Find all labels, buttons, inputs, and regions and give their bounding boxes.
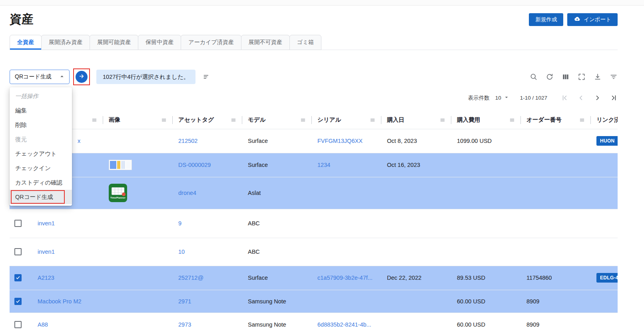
column-header-asset-tag[interactable]: アセットタグ xyxy=(173,111,242,129)
cell-purchase-date xyxy=(381,313,451,335)
asset-tag-link[interactable]: DS-0000029 xyxy=(178,162,211,168)
cloud-upload-icon xyxy=(574,15,581,24)
column-header-linked[interactable]: リンク済 xyxy=(591,111,618,129)
bulk-action-select[interactable]: QRコード生成 xyxy=(10,70,70,84)
serial-link[interactable]: 1234 xyxy=(317,162,330,168)
cell-purchase-date xyxy=(381,238,451,266)
serial-link[interactable]: FVFGM13JQ6XX xyxy=(317,138,363,144)
column-header-purchase-date[interactable]: 購入日 xyxy=(381,111,451,129)
cell-model: Surface xyxy=(242,129,312,153)
cell-purchase-date: Oct 16, 2023 xyxy=(381,153,451,177)
asset-tag-link[interactable]: 252712@ xyxy=(178,275,203,281)
download-icon[interactable] xyxy=(594,73,602,81)
create-button[interactable]: 新規作成 xyxy=(529,13,563,26)
column-header-model[interactable]: モデル xyxy=(242,111,312,129)
column-menu-icon[interactable] xyxy=(161,117,167,123)
serial-link[interactable]: 6d8835b2-8241-4b... xyxy=(317,321,371,328)
page-size-select[interactable]: 10 xyxy=(495,94,510,102)
asset-name-link[interactable]: A88 xyxy=(38,321,48,328)
column-header-order-number[interactable]: オーダー番号 xyxy=(521,111,591,129)
asset-tag-link[interactable]: 9 xyxy=(178,220,181,227)
asset-image-app-icon[interactable]: TimePlanner xyxy=(109,184,127,202)
cell-model: Aslat xyxy=(242,177,312,209)
tab-deployed-assets[interactable]: 展開済み資産 xyxy=(41,35,90,50)
asset-name-link[interactable]: inven1 xyxy=(38,249,55,255)
column-label-order-number: オーダー番号 xyxy=(526,116,562,124)
column-label-asset-tag: アセットタグ xyxy=(178,116,214,124)
apply-bulk-action-button[interactable] xyxy=(76,71,88,83)
asset-tag-link[interactable]: 10 xyxy=(178,249,185,255)
row-checkbox[interactable] xyxy=(14,321,22,328)
cell-purchase-cost: 1099.00 USD xyxy=(451,129,521,153)
tab-all-assets[interactable]: 全資産 xyxy=(10,35,42,50)
asset-name-link[interactable]: Macbook Pro M2 xyxy=(38,298,82,305)
menu-item-delete[interactable]: 削除 xyxy=(10,118,72,132)
menu-item-bulk-operations: 一括操作 xyxy=(10,89,72,103)
column-header-serial[interactable]: シリアル xyxy=(312,111,381,129)
last-page-icon[interactable] xyxy=(610,94,618,102)
asset-tag-link[interactable]: 2973 xyxy=(178,321,191,328)
table-header-row: 画像アセットタグモデルシリアル購入日購入費用オーダー番号リンク済 xyxy=(10,111,618,129)
tab-pending-assets[interactable]: 保留中資産 xyxy=(138,35,181,50)
arrow-right-icon xyxy=(78,73,85,81)
page-size-label: 表示件数 xyxy=(468,94,490,102)
row-checkbox[interactable] xyxy=(14,274,22,281)
cell-order-number: 8909 xyxy=(521,290,591,313)
columns-icon[interactable] xyxy=(562,73,570,81)
menu-item-edit[interactable]: 編集 xyxy=(10,103,72,118)
header-actions: 新規作成 インポート xyxy=(529,13,618,26)
filter-icon[interactable] xyxy=(610,73,618,81)
asset-name-link[interactable]: A2123 xyxy=(38,275,54,281)
cell-purchase-cost xyxy=(451,177,521,209)
menu-item-checkout[interactable]: チェックアウト xyxy=(10,146,72,161)
linked-badge[interactable]: EDLG-4 xyxy=(596,273,618,283)
table-row: TimePlannerdrone4Aslat xyxy=(10,177,618,209)
row-checkbox[interactable] xyxy=(14,248,22,255)
row-checkbox[interactable] xyxy=(14,298,22,305)
app-icon-label: TimePlanner xyxy=(110,197,126,199)
menu-item-checkin[interactable]: チェックイン xyxy=(10,161,72,175)
toolbar: QRコード生成 一括操作編集削除復元チェックアウトチェックインカストディの確認Q… xyxy=(10,68,618,85)
menu-item-confirm-custody[interactable]: カストディの確認 xyxy=(10,175,72,190)
caret-down-icon xyxy=(503,94,510,102)
column-menu-icon[interactable] xyxy=(439,117,446,123)
import-button[interactable]: インポート xyxy=(567,13,618,26)
annotation-arrow-button xyxy=(73,68,90,85)
asset-name-link[interactable]: inven1 xyxy=(38,220,55,227)
fullscreen-icon[interactable] xyxy=(578,73,586,81)
cell-purchase-cost: 60.00 USD xyxy=(451,290,521,313)
row-checkbox[interactable] xyxy=(14,220,22,227)
refresh-icon[interactable] xyxy=(546,73,554,81)
column-label-model: モデル xyxy=(248,116,266,124)
tab-undeployable-assets[interactable]: 展開不可資産 xyxy=(241,35,290,50)
column-header-image[interactable]: 画像 xyxy=(103,111,173,129)
selection-status-chip: 1027行中4行が選択されました。 xyxy=(96,70,195,84)
asset-tag-link[interactable]: 212502 xyxy=(178,138,197,144)
tab-trash[interactable]: ゴミ箱 xyxy=(289,35,322,50)
linked-badge[interactable]: HUON xyxy=(596,136,618,146)
next-page-icon[interactable] xyxy=(594,94,601,102)
tab-archived-assets[interactable]: アーカイブ済資産 xyxy=(181,35,241,50)
column-menu-icon[interactable] xyxy=(579,117,585,123)
bulk-action-select-wrap: QRコード生成 一括操作編集削除復元チェックアウトチェックインカストディの確認Q… xyxy=(10,70,70,84)
pagination-range: 1-10 / 1027 xyxy=(520,95,547,101)
column-menu-icon[interactable] xyxy=(369,117,376,123)
serial-link[interactable]: c1a57909-3b2e-47f... xyxy=(317,275,373,281)
menu-item-generate-qr[interactable]: QRコード生成 xyxy=(10,190,72,204)
column-menu-icon[interactable] xyxy=(509,117,515,123)
asset-tag-link[interactable]: drone4 xyxy=(178,190,196,196)
asset-tag-link[interactable]: 2971 xyxy=(178,298,191,305)
column-menu-icon[interactable] xyxy=(300,117,306,123)
column-label-linked: リンク済 xyxy=(596,116,618,124)
column-menu-icon[interactable] xyxy=(230,117,237,123)
toolbar-right-icons xyxy=(530,73,618,81)
asset-image-thumbnail[interactable] xyxy=(109,160,132,170)
cell-purchase-cost xyxy=(451,153,521,177)
search-icon[interactable] xyxy=(530,73,538,81)
column-menu-icon[interactable] xyxy=(91,117,98,123)
table-row: A2123252712@Surfacec1a57909-3b2e-47f...D… xyxy=(10,266,618,290)
sort-lines-icon[interactable] xyxy=(203,73,211,81)
assets-table: 画像アセットタグモデルシリアル購入日購入費用オーダー番号リンク済 x212502… xyxy=(10,111,618,335)
tab-deployable-assets[interactable]: 展開可能資産 xyxy=(90,35,138,50)
column-header-purchase-cost[interactable]: 購入費用 xyxy=(451,111,521,129)
